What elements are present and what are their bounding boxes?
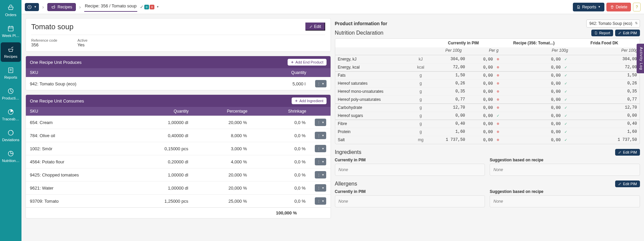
edit-pim-allergens-button[interactable]: Edit PIM	[615, 180, 640, 187]
sku-cell: 93709: Tomato	[30, 199, 130, 204]
nutrient-name: Energy, kcal	[335, 64, 410, 71]
svg-rect-1	[9, 68, 13, 73]
sku-cell: 942: Tomato Soup (eco)	[30, 81, 237, 86]
row-menu-button[interactable]: ⋮▼	[315, 80, 327, 87]
error-icon: ⊗	[495, 81, 501, 86]
nutrition-row: Hereof saturates g 0,26 0,00 ⊗ 0,00 ✓ 0,…	[335, 79, 640, 87]
reports-button[interactable]: Reports ▼	[573, 3, 604, 11]
per100-1: Per 100g	[427, 47, 464, 55]
sidebar-item-reports[interactable]: Reports	[1, 63, 21, 83]
delete-button-label: Delete	[616, 5, 628, 9]
qty-cell: 1,25000 pcs	[130, 199, 188, 204]
add-ingredient-button[interactable]: Add Ingredient	[292, 97, 327, 104]
nutrient-unit: mg	[410, 136, 431, 144]
sidebar-icon	[7, 25, 14, 32]
produces-header: One Recipe Unit Produces	[30, 60, 82, 65]
breadcrumb-current: Recipe: 356 / Tomato soup	[84, 2, 137, 12]
recipes-chip[interactable]: Recipes	[47, 3, 76, 11]
sidebar-item-week-plan[interactable]: Week Plan	[1, 22, 21, 41]
frida-value: 1,50	[571, 72, 640, 79]
nutrition-row: Salt mg 1 737,50 0,00 ⊗ 0,00 ✓ 1 737,50	[335, 136, 640, 144]
edit-recipe-button[interactable]: Edit	[305, 23, 325, 31]
recipes-chip-label: Recipes	[58, 5, 72, 9]
product-select-value: 942: Tomato Soup (eco)	[589, 21, 632, 26]
perg: Per g	[464, 47, 501, 55]
sidebar-item-recipes[interactable]: Recipes	[1, 42, 21, 62]
check-icon: ✓	[563, 65, 568, 70]
badge-teal: 0	[144, 5, 149, 9]
table-row: 4564: Potato flour 0,20000 dl 4,000 % 0,…	[26, 155, 331, 168]
help-button[interactable]: ?	[633, 3, 641, 11]
sidebar-item-productio-[interactable]: Productio...	[1, 84, 21, 104]
recipe-value: 0,00 ✓	[503, 72, 571, 79]
shr-cell: 0,0 %	[247, 159, 312, 164]
edit-pim-nutrition-button[interactable]: Edit PIM	[615, 30, 640, 36]
activity-log-tab[interactable]: Activity Log	[637, 44, 644, 73]
perg-value: 0,00 ⊗	[467, 104, 503, 112]
head-recipe: Recipe (356: Tomat...)	[499, 39, 569, 47]
nutrition-report-button[interactable]: Report	[591, 30, 613, 36]
nutrition-row: Fats g 1,50 0,00 ⊗ 0,00 ✓ 1,50	[335, 71, 640, 79]
perg-value: 0,00 ⊗	[467, 80, 503, 87]
product-select[interactable]: 942: Tomato Soup (eco)	[586, 19, 640, 28]
pct-cell: 8,000 %	[188, 133, 247, 138]
allergens-pim-value: None	[335, 195, 485, 207]
error-icon: ⊗	[495, 97, 501, 102]
pencil-icon	[618, 182, 622, 186]
recipe-value: 0,00 ✓	[503, 96, 571, 104]
nutrient-unit: kcal	[410, 64, 431, 71]
shr-cell: 0,0 %	[247, 146, 312, 151]
qty-cell: 5,000 l	[237, 81, 312, 86]
row-menu-button[interactable]: ⋮▼	[315, 158, 326, 165]
row-menu-button[interactable]: ⋮▼	[315, 145, 326, 152]
sku-cell: 1002: Smör	[30, 146, 130, 151]
qty-cell: 0,40000 dl	[130, 133, 188, 138]
status-badges[interactable]: ✓ 0 0 ▼	[140, 4, 159, 9]
pim-value: 12,70	[432, 104, 467, 112]
row-menu-button[interactable]: ⋮▼	[315, 171, 326, 178]
row-menu-button[interactable]: ⋮▼	[315, 197, 326, 205]
shr-cell: 0,0 %	[247, 133, 312, 138]
sidebar-item-nutrition-[interactable]: Nutrition ...	[1, 147, 21, 166]
recipe-title: Tomato soup	[31, 23, 73, 31]
recipe-value: 0,00 ✓	[503, 136, 571, 144]
col-qty: Quantity	[130, 109, 189, 114]
nutrient-name: Carbohydrate	[335, 104, 410, 112]
edit-pim-label: Edit PIM	[623, 31, 637, 35]
error-icon: ⊗	[495, 129, 501, 134]
delete-button[interactable]: Delete	[606, 3, 631, 11]
error-icon: ⊗	[495, 121, 501, 126]
perg-value: 0,00 ⊗	[467, 136, 503, 144]
consumes-card: One Recipe Unit Consumes Add Ingredient …	[26, 94, 331, 218]
add-end-product-button[interactable]: Add End Product	[288, 59, 326, 66]
sidebar-icon	[7, 46, 14, 53]
per100-3: Per 100g	[570, 47, 640, 55]
allergens-title: Allergens	[335, 181, 357, 187]
sku-cell: 9425: Chopped tomatoes	[30, 172, 130, 177]
nutrition-row: Hereof sugars g 0,00 0,00 ✓ 0,00 ✓ 0,00	[335, 112, 640, 120]
check-icon: ✓	[563, 73, 568, 78]
sidebar-item-deviations[interactable]: Deviations	[1, 126, 21, 145]
row-menu-button[interactable]: ⋮▼	[315, 132, 326, 139]
history-button[interactable]: ▼	[25, 3, 39, 11]
check-icon: ✓	[563, 81, 568, 86]
ingredients-suggestion-value: None	[490, 164, 640, 176]
recipe-value: 0,00 ✓	[503, 128, 571, 136]
per100-2: Per 100g	[500, 47, 570, 55]
check-icon: ✓	[563, 57, 568, 62]
sidebar-item-label: Reports	[2, 75, 19, 79]
row-menu-button[interactable]: ⋮▼	[315, 184, 326, 192]
table-row: 9425: Chopped tomatoes 1,00000 dl 20,000…	[26, 168, 331, 181]
nutrient-name: Salt	[335, 136, 410, 144]
sidebar-icon	[7, 150, 14, 157]
nutrient-name: Hereof mono-unsaturates	[335, 88, 410, 95]
chevron-right-icon: ›	[42, 4, 45, 10]
caret-down-icon: ▼	[34, 5, 37, 8]
row-menu-button[interactable]: ⋮▼	[315, 119, 326, 126]
edit-pim-ingredients-button[interactable]: Edit PIM	[615, 149, 640, 156]
sidebar-item-label: Deviations	[2, 138, 19, 142]
report-label: Report	[599, 31, 610, 35]
sidebar-item-traceability[interactable]: Traceability	[1, 105, 21, 124]
sidebar-item-label: Traceability	[2, 117, 19, 121]
sidebar-item-orders[interactable]: Orders	[1, 1, 21, 20]
